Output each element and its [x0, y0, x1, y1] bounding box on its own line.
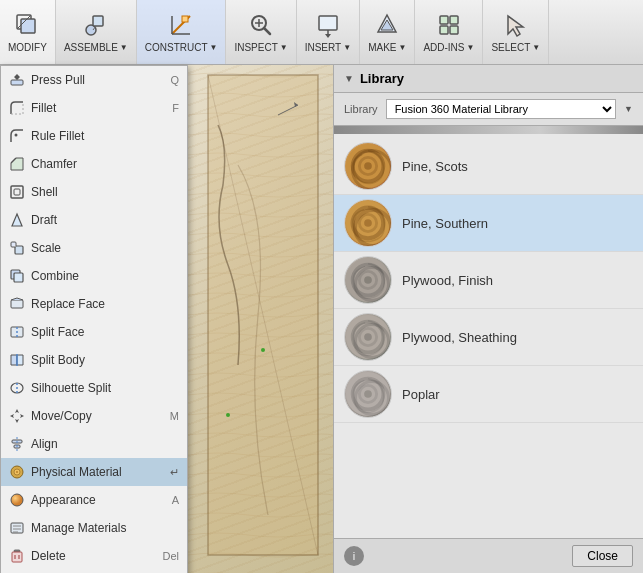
insert-label: INSERT▼: [305, 42, 351, 53]
material-item-plywood-finish[interactable]: Plywood, Finish: [334, 252, 643, 309]
svg-point-85: [359, 385, 376, 402]
svg-point-70: [364, 162, 372, 170]
assemble-label: ASSEMBLE▼: [64, 42, 128, 53]
menu-item-draft[interactable]: Draft: [1, 206, 187, 234]
svg-rect-22: [450, 26, 458, 34]
delete-icon: [9, 548, 25, 564]
svg-point-63: [226, 413, 230, 417]
svg-point-74: [364, 219, 372, 227]
material-item-pine-scots[interactable]: Pine, Scots: [334, 138, 643, 195]
menu-item-split-face[interactable]: Split Face: [1, 318, 187, 346]
viewport[interactable]: [188, 65, 333, 573]
toolbar-btn-construct[interactable]: CONSTRUCT▼: [137, 0, 227, 64]
combine-icon: [9, 268, 25, 284]
svg-marker-16: [325, 34, 331, 38]
library-controls: Library Fusion 360 Material Library ▼: [334, 93, 643, 126]
fillet-label: Fillet: [31, 101, 166, 115]
menu-item-align[interactable]: Align: [1, 430, 187, 458]
press-pull-icon: [9, 72, 25, 88]
svg-point-26: [15, 134, 18, 137]
menu-item-move-copy[interactable]: Move/Copy M: [1, 402, 187, 430]
library-select[interactable]: Fusion 360 Material Library: [386, 99, 616, 119]
svg-line-11: [264, 28, 270, 34]
material-item-plywood-sheathing[interactable]: Plywood, Sheathing: [334, 309, 643, 366]
menu-item-scale[interactable]: Scale: [1, 234, 187, 262]
toolbar-btn-assemble[interactable]: ASSEMBLE▼: [56, 0, 137, 64]
svg-rect-14: [319, 16, 337, 30]
menu-item-rule-fillet[interactable]: Rule Fillet: [1, 122, 187, 150]
chamfer-icon: [9, 156, 25, 172]
add-ins-icon: [435, 11, 463, 39]
appearance-label: Appearance: [31, 493, 166, 507]
inspect-label: INSPECT▼: [234, 42, 287, 53]
svg-point-71: [346, 201, 390, 245]
menu-item-appearance[interactable]: Appearance A: [1, 486, 187, 514]
toolbar-btn-inspect[interactable]: INSPECT▼: [226, 0, 296, 64]
make-icon: [373, 11, 401, 39]
menu-item-split-body[interactable]: Split Body: [1, 346, 187, 374]
svg-point-69: [359, 157, 376, 174]
svg-marker-25: [14, 74, 20, 80]
menu-item-silhouette-split[interactable]: Silhouette Split: [1, 374, 187, 402]
viewport-svg: [188, 65, 333, 573]
manage-materials-label: Manage Materials: [31, 521, 173, 535]
library-panel: ▼ Library Library Fusion 360 Material Li…: [333, 65, 643, 573]
svg-marker-44: [10, 414, 24, 418]
svg-point-68: [353, 151, 384, 182]
svg-point-76: [353, 265, 384, 296]
material-item-poplar[interactable]: Poplar: [334, 366, 643, 423]
replace-face-icon: [9, 296, 25, 312]
svg-marker-23: [508, 16, 523, 36]
appearance-icon: [9, 492, 25, 508]
library-footer: i Close: [334, 538, 643, 573]
menu-item-physical-material[interactable]: Physical Material ↵: [1, 458, 187, 486]
material-name-pine-scots: Pine, Scots: [402, 159, 468, 174]
svg-rect-9: [182, 16, 188, 22]
physical-material-shortcut: ↵: [170, 466, 179, 479]
scale-label: Scale: [31, 241, 173, 255]
close-button[interactable]: Close: [572, 545, 633, 567]
toolbar-btn-add-ins[interactable]: ADD-INS▼: [415, 0, 483, 64]
menu-item-manage-materials[interactable]: Manage Materials: [1, 514, 187, 542]
draft-icon: [9, 212, 25, 228]
split-face-icon: [9, 324, 25, 340]
menu-item-delete[interactable]: Delete Del: [1, 542, 187, 570]
material-name-pine-southern: Pine, Southern: [402, 216, 488, 231]
toolbar-btn-modify[interactable]: MODIFY: [0, 0, 56, 64]
library-title: Library: [360, 71, 404, 86]
toolbar-btn-select[interactable]: SELECT▼: [483, 0, 549, 64]
color-strip: [334, 126, 643, 134]
press-pull-shortcut: Q: [170, 74, 179, 86]
library-label: Library: [344, 103, 378, 115]
library-select-arrow: ▼: [624, 104, 633, 114]
material-thumbnail-poplar: [344, 370, 392, 418]
toolbar-btn-insert[interactable]: INSERT▼: [297, 0, 360, 64]
info-button[interactable]: i: [344, 546, 364, 566]
select-label: SELECT▼: [491, 42, 540, 53]
combine-label: Combine: [31, 269, 173, 283]
svg-point-81: [359, 328, 376, 345]
menu-item-shell[interactable]: Shell: [1, 178, 187, 206]
material-item-pine-southern[interactable]: Pine, Southern: [334, 195, 643, 252]
material-name-plywood-sheathing: Plywood, Sheathing: [402, 330, 517, 345]
toolbar-btn-make[interactable]: MAKE▼: [360, 0, 415, 64]
fillet-icon: [9, 100, 25, 116]
library-arrow-icon: ▼: [344, 73, 354, 84]
material-list: Pine, Scots Pine, Southern: [334, 134, 643, 538]
split-body-icon: [9, 352, 25, 368]
svg-point-67: [346, 144, 390, 188]
menu-item-fillet[interactable]: Fillet F: [1, 94, 187, 122]
scale-icon: [9, 240, 25, 256]
assemble-icon: [82, 11, 110, 39]
menu-item-replace-face[interactable]: Replace Face: [1, 290, 187, 318]
split-body-label: Split Body: [31, 353, 173, 367]
toolbar: MODIFY ASSEMBLE▼ CONSTRUCT▼: [0, 0, 643, 65]
menu-item-combine[interactable]: Combine: [1, 262, 187, 290]
svg-rect-19: [440, 16, 448, 24]
appearance-shortcut: A: [172, 494, 179, 506]
menu-item-press-pull[interactable]: Press Pull Q: [1, 66, 187, 94]
move-copy-icon: [9, 408, 25, 424]
svg-point-73: [359, 214, 376, 231]
svg-point-64: [261, 348, 265, 352]
menu-item-chamfer[interactable]: Chamfer: [1, 150, 187, 178]
